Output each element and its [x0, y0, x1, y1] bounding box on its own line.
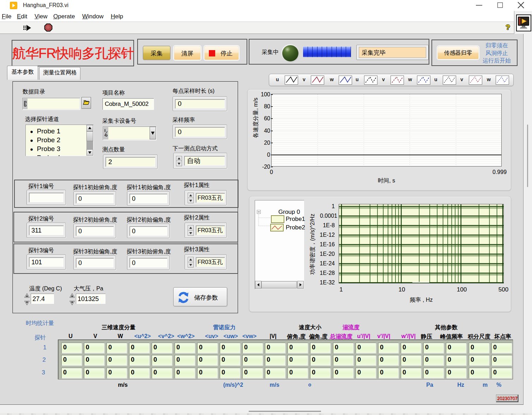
svg-text:I: I — [104, 128, 105, 133]
svg-text:o: o — [105, 133, 108, 137]
